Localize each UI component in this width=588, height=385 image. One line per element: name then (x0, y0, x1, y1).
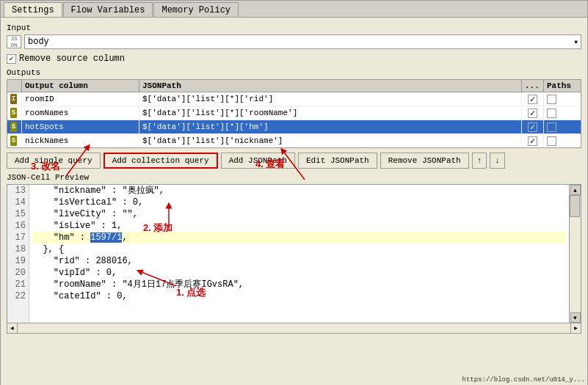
buttons-wrapper: Add single query Add collection query Ad… (7, 153, 581, 169)
scroll-right-button[interactable]: ► (570, 323, 581, 333)
row3-name: hotSpots (22, 120, 139, 133)
json-preview-label: JSON-Cell Preview (7, 173, 581, 182)
highlighted-value: 1597/1 (90, 232, 122, 243)
remove-source-checkbox-row: ✓ Remove source column (7, 54, 581, 64)
row4-type: S (7, 134, 22, 147)
json-line-13: "nickname" : "奥拉疯", (32, 185, 566, 197)
buttons-row: Add single query Add collection query Ad… (7, 153, 581, 169)
outputs-label: Outputs (7, 68, 581, 77)
edit-jsonpath-button[interactable]: Edit JSONPath (298, 153, 377, 169)
row1-type: I (7, 92, 22, 106)
json-preview-panel: 13 14 15 16 17 18 19 20 21 22 "nickname"… (7, 184, 581, 323)
scroll-left-button[interactable]: ◄ (7, 323, 18, 333)
json-line-19: "rid" : 288016, (32, 255, 566, 267)
outputs-table: Output column JSONPath ... Paths I roomI… (7, 79, 581, 148)
row4-name: nickNames (22, 134, 139, 147)
table-row[interactable]: I roomID $['data']['list'][*]['rid'] ✓ (7, 92, 581, 106)
row3-paths (544, 120, 581, 133)
remove-source-checkbox[interactable]: ✓ (7, 54, 16, 64)
json-line-16: "isLive" : 1, (32, 220, 566, 232)
row4-paths (544, 134, 581, 147)
json-line-21: "roomName" : "4月1日17点季后赛IGvsRA", (32, 279, 566, 290)
tab-memory-policy[interactable]: Memory Policy (153, 2, 239, 17)
json-line-22: "cate1Id" : 0, (32, 290, 566, 302)
main-content: Input JSON body ▼ ✓ Remove source column… (1, 18, 587, 385)
scroll-thumb[interactable] (570, 195, 580, 217)
table-header: Output column JSONPath ... Paths (7, 80, 581, 92)
tab-flow-variables[interactable]: Flow Variables (63, 2, 153, 17)
json-line-15: "liveCity" : "", (32, 208, 566, 220)
row1-name: roomID (22, 92, 139, 106)
col-header-output: Output column (22, 80, 139, 92)
tab-settings[interactable]: Settings (4, 2, 62, 17)
h-scroll-track (18, 323, 570, 333)
row2-check[interactable]: ✓ (522, 106, 544, 120)
add-collection-query-button[interactable]: Add collection query (104, 153, 218, 169)
row1-paths (544, 92, 581, 106)
row4-check[interactable]: ✓ (522, 134, 544, 147)
vertical-scrollbar[interactable]: ▲ ▼ (569, 185, 581, 323)
add-single-query-button[interactable]: Add single query (7, 153, 101, 169)
row1-check[interactable]: ✓ (522, 92, 544, 106)
json-line-18: }, { (32, 243, 566, 255)
table-row[interactable]: S roomNames $['data']['list'][*]['roomNa… (7, 106, 581, 120)
row4-jsonpath: $['data']['list']['nickname'] (139, 134, 522, 147)
json-line-17: "hm" : 1597/1, (32, 232, 566, 243)
row2-type: S (7, 106, 22, 120)
js-icon: JSON (7, 35, 21, 48)
col-header-dots: ... (522, 80, 544, 92)
table-row[interactable]: S hotSpots $['data']['list'][*]['hm'] ✓ (7, 120, 581, 134)
line-numbers: 13 14 15 16 17 18 19 20 21 22 (7, 185, 29, 323)
remove-source-label: Remove source column (19, 54, 125, 64)
input-dropdown[interactable]: body ▼ (24, 34, 581, 49)
col-header-jsonpath: JSONPath (139, 80, 522, 92)
checkmark-icon: ✓ (9, 54, 13, 63)
scroll-up-button[interactable]: ▲ (570, 185, 581, 195)
remove-jsonpath-button[interactable]: Remove JSONPath (380, 153, 469, 169)
up-button[interactable]: ↑ (472, 153, 487, 169)
json-line-20: "vipId" : 0, (32, 267, 566, 279)
row3-check[interactable]: ✓ (522, 120, 544, 133)
input-row: JSON body ▼ (7, 34, 581, 49)
table-row[interactable]: S nickNames $['data']['list']['nickname'… (7, 134, 581, 147)
row2-name: roomNames (22, 106, 139, 120)
row2-jsonpath: $['data']['list'][*]['roomName'] (139, 106, 522, 120)
json-line-14: "isVertical" : 0, (32, 197, 566, 208)
row3-jsonpath: $['data']['list'][*]['hm'] (139, 120, 522, 133)
row2-paths (544, 106, 581, 120)
dropdown-arrow-icon: ▼ (574, 39, 578, 45)
row1-jsonpath: $['data']['list'][*]['rid'] (139, 92, 522, 106)
add-jsonpath-button[interactable]: Add JSONPath (221, 153, 295, 169)
horizontal-scrollbar[interactable]: ◄ ► (7, 323, 581, 334)
scroll-track (570, 195, 581, 312)
col-header-paths: Paths (544, 80, 581, 92)
json-content: "nickname" : "奥拉疯", "isVertical" : 0, "l… (29, 185, 569, 323)
down-button[interactable]: ↓ (490, 153, 505, 169)
scroll-down-button[interactable]: ▼ (570, 312, 581, 323)
tab-bar: Settings Flow Variables Memory Policy (1, 1, 587, 18)
input-label: Input (7, 23, 581, 32)
col-header-empty (7, 80, 22, 92)
outputs-section: Outputs Output column JSONPath ... Paths… (7, 68, 581, 148)
row3-type: S (7, 120, 22, 133)
